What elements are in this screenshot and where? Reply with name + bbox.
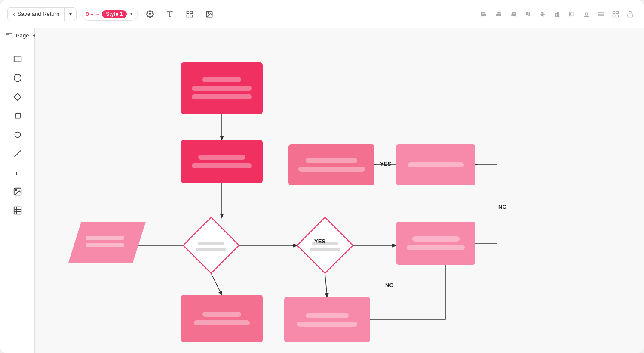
svg-rect-3 [187,11,189,13]
box1-bar3 [192,94,252,99]
line-tool[interactable] [7,145,28,162]
box1-bar1 [202,77,241,82]
align-center-h-btn[interactable] [492,8,505,21]
svg-rect-4 [190,11,193,13]
style-line [91,14,93,15]
pages-section: Page + [0,28,34,43]
distribute-v-btn[interactable] [580,8,593,21]
svg-marker-69 [297,217,353,273]
pages-label: Page [16,32,29,39]
svg-marker-46 [15,114,21,118]
save-return-label: Save and Return [18,11,60,17]
flowchart-box-3[interactable] [288,144,374,185]
svg-point-47 [15,132,20,138]
svg-marker-66 [183,217,239,273]
parallelogram-tool[interactable] [7,107,28,124]
align-right-btn[interactable] [507,8,520,21]
svg-point-51 [15,189,17,191]
svg-rect-40 [628,14,633,17]
toolbar: ‹ Save and Return ▾ → Style 1 ▾ [0,0,644,28]
svg-line-48 [14,151,21,157]
align-top-btn[interactable] [521,8,534,21]
more-options-btn[interactable] [595,8,607,21]
svg-rect-25 [556,13,557,16]
distribute-h-btn[interactable] [565,8,578,21]
canvas[interactable]: YES YES NO NO [35,28,644,353]
toolbar-right [478,8,637,21]
back-arrow-icon: ‹ [13,11,15,18]
image-tool[interactable] [7,183,28,200]
pattern-icon-btn[interactable] [182,7,197,22]
left-sidebar: Page + [0,28,35,353]
style-selector[interactable]: → Style 1 ▾ [82,8,138,21]
box2-bar2 [192,163,252,168]
align-left-btn[interactable] [478,8,491,21]
image-icon-btn[interactable] [202,7,217,22]
ellipse-tool[interactable] [7,69,28,87]
flowchart-box-6[interactable] [181,295,263,342]
style-dropdown-chevron-icon: ▾ [130,11,133,17]
box5-bar2 [407,245,465,250]
svg-rect-26 [558,12,559,16]
text-tool[interactable]: T [7,164,28,181]
yes-label-2: YES [380,161,391,167]
svg-rect-38 [613,15,615,17]
svg-marker-72 [68,222,146,263]
rectangle-tool[interactable] [7,50,28,68]
style-arrow-icon: → [95,11,100,17]
box2-bar1 [198,155,245,160]
box6-bar2 [194,320,250,325]
save-return-dropdown[interactable]: ▾ [65,8,76,20]
align-middle-btn[interactable] [536,8,549,21]
lock-btn[interactable] [624,8,637,21]
diamond-tool[interactable] [7,88,28,105]
box7-bar1 [306,313,349,318]
svg-point-44 [14,74,21,82]
save-return-main[interactable]: ‹ Save and Return [8,8,65,21]
text-icon-btn[interactable] [163,7,177,22]
box7-bar2 [297,322,357,327]
circle-tool[interactable] [7,126,28,143]
align-bottom-btn[interactable] [551,8,564,21]
svg-rect-67 [198,242,224,245]
flowchart-box-1[interactable] [181,62,263,114]
dropdown-chevron-icon: ▾ [69,11,72,17]
shape-tools: T [0,43,34,226]
svg-line-62 [325,273,327,297]
box5-bar1 [412,236,460,242]
svg-rect-20 [528,12,530,15]
flowchart-box-2[interactable] [181,140,263,183]
settings-icon-btn[interactable] [143,7,157,22]
svg-rect-17 [512,14,515,15]
svg-rect-11 [482,14,486,15]
flowchart-box-5[interactable] [396,222,475,265]
box1-bar2 [192,86,252,91]
group-btn[interactable] [609,8,622,21]
svg-line-60 [211,273,222,295]
no-label-2: NO [498,204,507,210]
svg-rect-74 [86,243,124,247]
box6-bar1 [202,312,241,317]
no-label-1: NO [385,282,394,288]
svg-marker-45 [14,93,21,101]
svg-rect-10 [482,12,485,14]
pages-icon [6,31,12,40]
svg-rect-32 [585,13,587,15]
svg-rect-5 [187,15,189,17]
svg-rect-71 [310,248,340,251]
flowchart-box-4[interactable] [396,144,475,185]
save-return-button[interactable]: ‹ Save and Return ▾ [7,7,77,21]
box4-bar1 [408,162,464,167]
svg-point-8 [208,12,209,13]
box3-bar2 [298,167,365,172]
flowchart-box-7[interactable] [284,297,370,342]
flowchart: YES YES NO NO [35,28,644,353]
svg-point-0 [149,13,151,15]
svg-rect-29 [570,13,573,15]
style-dot-left [86,12,89,16]
svg-rect-19 [527,12,528,15]
svg-rect-73 [86,236,124,240]
yes-label-1: YES [314,238,325,245]
box3-bar1 [306,158,357,163]
table-tool[interactable] [7,202,28,219]
